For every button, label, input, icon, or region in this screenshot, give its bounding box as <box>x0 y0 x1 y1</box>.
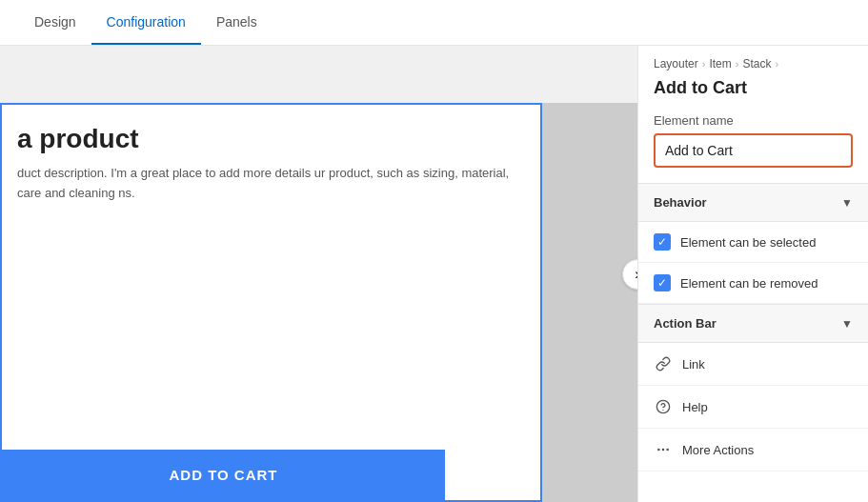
add-to-cart-button-preview[interactable]: ADD TO CART <box>2 450 445 500</box>
checkbox-selected-row[interactable]: ✓ Element can be selected <box>638 222 868 263</box>
checkbox-removed[interactable]: ✓ <box>654 274 671 291</box>
link-icon <box>654 354 673 373</box>
preview-panel: a product duct description. I'm a great … <box>0 46 637 502</box>
config-panel: Layouter › Item › Stack › Add to Cart El… <box>637 46 868 502</box>
behavior-section-header[interactable]: Behavior ▼ <box>638 183 868 222</box>
tab-design[interactable]: Design <box>19 1 91 45</box>
breadcrumb-item[interactable]: Item <box>709 57 731 70</box>
checkbox-selected[interactable]: ✓ <box>654 233 671 251</box>
tab-configuration[interactable]: Configuration <box>91 1 201 45</box>
action-help[interactable]: Help <box>638 386 868 429</box>
more-actions-label: More Actions <box>682 443 754 457</box>
svg-point-2 <box>657 449 660 452</box>
chevron-right-icon: › <box>635 266 637 283</box>
breadcrumb-sep-3: › <box>775 58 778 70</box>
help-icon <box>654 397 673 416</box>
svg-point-4 <box>666 449 669 452</box>
help-label: Help <box>682 400 708 414</box>
breadcrumb: Layouter › Item › Stack › <box>638 46 868 74</box>
behavior-chevron-icon: ▼ <box>841 196 853 210</box>
behavior-label: Behavior <box>654 195 707 210</box>
checkmark-icon-2: ✓ <box>657 276 667 290</box>
action-link[interactable]: Link <box>638 343 868 386</box>
action-bar-section-header[interactable]: Action Bar ▼ <box>638 304 868 343</box>
action-bar-label: Action Bar <box>654 316 717 331</box>
link-label: Link <box>682 357 705 371</box>
breadcrumb-layouter[interactable]: Layouter <box>654 57 698 70</box>
more-actions-icon <box>654 440 673 459</box>
element-name-label: Element name <box>638 110 868 133</box>
action-bar-chevron-icon: ▼ <box>841 317 853 331</box>
panel-title: Add to Cart <box>638 74 868 110</box>
product-description: duct description. I'm a great place to a… <box>2 164 540 204</box>
checkbox-removed-label: Element can be removed <box>680 276 818 291</box>
svg-point-3 <box>662 449 665 452</box>
tab-bar: Design Configuration Panels <box>0 0 868 46</box>
gray-side-column <box>542 103 637 502</box>
product-title: a product <box>2 105 540 164</box>
preview-top-area <box>0 46 637 103</box>
breadcrumb-stack[interactable]: Stack <box>742 57 771 70</box>
breadcrumb-sep-2: › <box>736 58 739 70</box>
action-more[interactable]: More Actions <box>638 429 868 472</box>
main-area: a product duct description. I'm a great … <box>0 46 868 502</box>
selected-element-box: a product duct description. I'm a great … <box>0 103 542 502</box>
breadcrumb-sep-1: › <box>702 58 706 70</box>
element-name-input[interactable] <box>654 133 853 168</box>
checkbox-selected-label: Element can be selected <box>680 235 816 250</box>
checkmark-icon: ✓ <box>657 235 667 249</box>
product-preview: a product duct description. I'm a great … <box>0 46 637 502</box>
tab-panels[interactable]: Panels <box>201 1 273 45</box>
checkbox-removed-row[interactable]: ✓ Element can be removed <box>638 263 868 304</box>
